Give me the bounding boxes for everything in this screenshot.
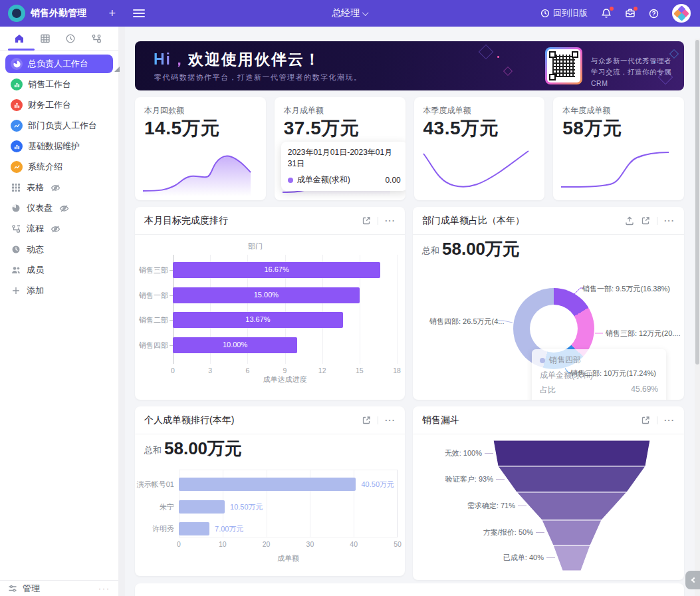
- expand-icon[interactable]: [641, 216, 650, 225]
- more-options-button[interactable]: ···: [664, 218, 675, 224]
- inbox-button[interactable]: [625, 8, 636, 19]
- sidebar-item-activity[interactable]: 动态: [5, 240, 113, 259]
- qr-caption: 与众多新一代优秀管理者 学习交流，打造你的专属CRM: [591, 55, 684, 89]
- back-to-old-version-label: 回到旧版: [553, 7, 588, 19]
- bar-value-label: 13.67%: [173, 315, 343, 323]
- app-title: 销售外勤管理: [31, 7, 107, 19]
- sidebar-item-dashboards[interactable]: 仪表盘: [5, 199, 113, 218]
- series-dot: [540, 358, 545, 363]
- category-label: 销售二部: [135, 315, 168, 325]
- sidebar-item-label: 基础数据维护: [28, 140, 80, 152]
- banner-decoration: [503, 67, 513, 76]
- sidebar-item-tables[interactable]: 表格: [5, 178, 113, 197]
- funnel-segment: [553, 545, 590, 571]
- category-label: 销售四部: [135, 341, 168, 351]
- chevron-down-icon: [362, 9, 368, 16]
- expand-icon[interactable]: [362, 416, 371, 425]
- members-icon: [11, 265, 21, 275]
- scrollbar-thumb[interactable]: [695, 40, 699, 365]
- stat-label: 本月成单额: [284, 105, 324, 116]
- sidebar-item-base-data[interactable]: 基础数据维护: [5, 137, 113, 156]
- tooltip-series-label: 成单金额(求和): [297, 174, 350, 186]
- bar-value-label: 16.67%: [173, 265, 380, 273]
- expand-icon[interactable]: [362, 216, 371, 225]
- active-tab-underline: [8, 49, 35, 51]
- sidebar-item-dept-manager-workspace[interactable]: 部门负责人工作台: [5, 116, 113, 135]
- tab-flows[interactable]: [85, 33, 108, 44]
- x-tick-label: 30: [298, 540, 321, 548]
- stat-card-monthly-payment[interactable]: 本月回款额 14.5万元: [135, 97, 266, 200]
- sidebar-item-system-intro[interactable]: 系统介绍: [5, 158, 113, 176]
- more-options-button[interactable]: ···: [385, 218, 396, 224]
- sidebar-item-members[interactable]: 成员: [5, 261, 113, 279]
- sidebar-item-label: 财务工作台: [28, 99, 71, 111]
- history-icon: [540, 9, 550, 18]
- total-value: 58.00万元: [164, 437, 242, 460]
- sidebar-manage[interactable]: 管理 ···: [0, 580, 118, 596]
- add-app-button[interactable]: +: [107, 7, 117, 21]
- sidebar-item-label: 总负责人工作台: [28, 58, 88, 70]
- notifications-button[interactable]: [601, 8, 612, 19]
- funnel-segment: [493, 440, 650, 466]
- tab-recent[interactable]: [59, 33, 82, 44]
- manage-label: 管理: [23, 583, 40, 595]
- main-content: Hi，欢迎使用伙伴云！ 零代码数据协作平台，打造新一代管理者的数字化潮玩。 与众…: [125, 27, 700, 596]
- sidebar-item-flows[interactable]: 流程: [5, 220, 113, 238]
- funnel-stage-label: 方案/报价: 50%: [483, 527, 544, 537]
- x-tick-label: 0: [168, 540, 190, 548]
- sidebar-item-label: 仪表盘: [27, 202, 53, 214]
- collapse-panel-handle[interactable]: [685, 571, 700, 589]
- home-icon: [14, 33, 25, 44]
- stat-card-monthly-deals[interactable]: 本月成单额 37.5万元 2023年01月01日-2023年01月31日 成单金…: [275, 97, 406, 200]
- sidebar-item-chief-workspace[interactable]: 总负责人工作台: [5, 55, 113, 73]
- category-label: 销售三部: [135, 265, 168, 275]
- bar-value-label: 7.00万元: [215, 524, 243, 534]
- dept-deal-share-card: 部门成单额占比（本年） ··· 总和 58.00万元 销售一部: 9.5万元(1…: [413, 207, 684, 400]
- eye-off-icon: [51, 224, 60, 234]
- sidebar-tabs: [0, 27, 118, 51]
- pie-chart-icon: [11, 58, 23, 70]
- card-title: 本月目标完成度排行: [144, 215, 228, 227]
- chart-tooltip: 2023年01月01日-2023年01月31日 成单金额(求和) 0.00: [281, 142, 406, 191]
- table-icon: [40, 33, 51, 44]
- x-tick-label: 6: [236, 367, 259, 374]
- flow-icon: [11, 224, 21, 234]
- category-label: 朱宁: [135, 502, 174, 512]
- tab-tables[interactable]: [34, 33, 57, 44]
- menu-toggle-icon[interactable]: [133, 9, 145, 17]
- funnel-stage-label: 需求确定: 71%: [467, 501, 526, 511]
- stat-value: 58万元: [562, 116, 622, 141]
- stat-card-quarter-deals[interactable]: 本季度成单额 43.5万元: [414, 97, 545, 200]
- tooltip-date-range: 2023年01月01日-2023年01月31日: [288, 147, 401, 170]
- sidebar-item-finance-workspace[interactable]: 财务工作台: [5, 96, 113, 114]
- slice-label-sales1: 销售一部: 9.5万元(16.38%): [582, 284, 670, 294]
- funnel-stage-label: 已成单: 40%: [503, 553, 555, 563]
- next-card-partial: [135, 583, 684, 596]
- manage-more-button[interactable]: ···: [98, 584, 110, 593]
- sidebar-item-sales-workspace[interactable]: 销售工作台: [5, 75, 113, 94]
- welcome-banner: Hi，欢迎使用伙伴云！ 零代码数据协作平台，打造新一代管理者的数字化潮玩。 与众…: [135, 41, 684, 90]
- monthly-target-rank-card: 本月目标完成度排行 ··· 0369121518销售三部16.67%销售一部15…: [135, 207, 405, 400]
- bar: [179, 500, 225, 514]
- divider: [657, 217, 657, 225]
- more-options-button[interactable]: ···: [385, 418, 396, 423]
- sidebar-scroll-strip[interactable]: [118, 27, 125, 596]
- bar-value-label: 10.00%: [173, 341, 297, 349]
- export-icon[interactable]: [625, 216, 634, 225]
- tooltip-series-value: 0.00: [385, 176, 400, 185]
- role-selector[interactable]: 总经理: [332, 7, 368, 19]
- stat-card-year-deals[interactable]: 本年度成单额 58万元: [553, 97, 684, 200]
- category-label: 许明秀: [135, 524, 174, 534]
- stat-label: 本月回款额: [144, 105, 184, 116]
- sales-funnel-card: 销售漏斗 ··· 无效: 100%验证客户: 93%需求确定: 71%方案/报价…: [413, 406, 684, 580]
- back-to-old-version-button[interactable]: 回到旧版: [540, 7, 588, 19]
- card-header: 本月目标完成度排行 ···: [135, 207, 405, 235]
- user-avatar[interactable]: [672, 4, 691, 23]
- help-button[interactable]: [649, 9, 659, 19]
- topbar: 销售外勤管理 + 总经理 回到旧版: [0, 0, 700, 27]
- tab-home[interactable]: [8, 33, 31, 44]
- sidebar-add-button[interactable]: 添加: [5, 281, 113, 300]
- content-scrollbar[interactable]: [695, 39, 700, 596]
- dashboard-pie-icon: [11, 203, 21, 214]
- card-header: 部门成单额占比（本年） ···: [413, 207, 684, 235]
